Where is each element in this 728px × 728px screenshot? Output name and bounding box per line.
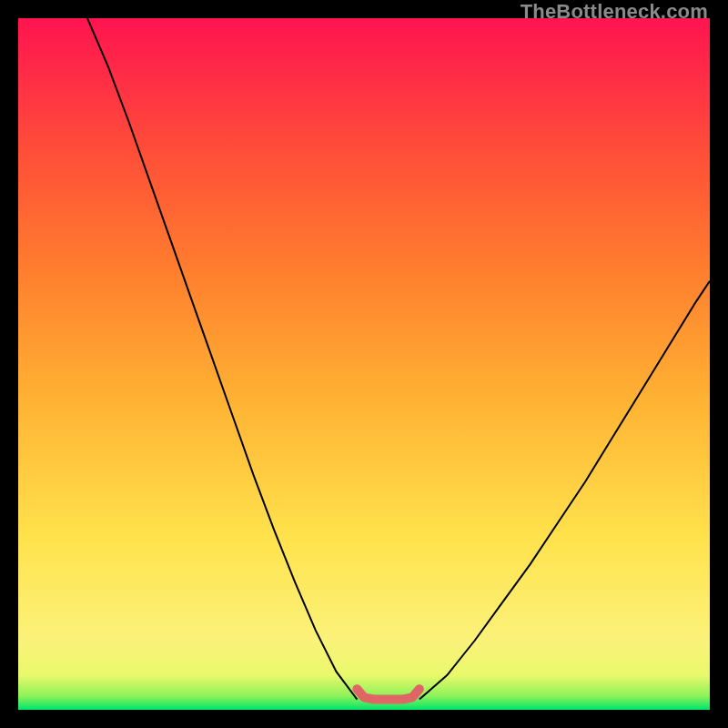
watermark-label: TheBottleneck.com <box>521 0 708 24</box>
chart-svg <box>18 18 710 710</box>
chart-background <box>18 18 710 710</box>
chart-frame <box>18 18 710 710</box>
